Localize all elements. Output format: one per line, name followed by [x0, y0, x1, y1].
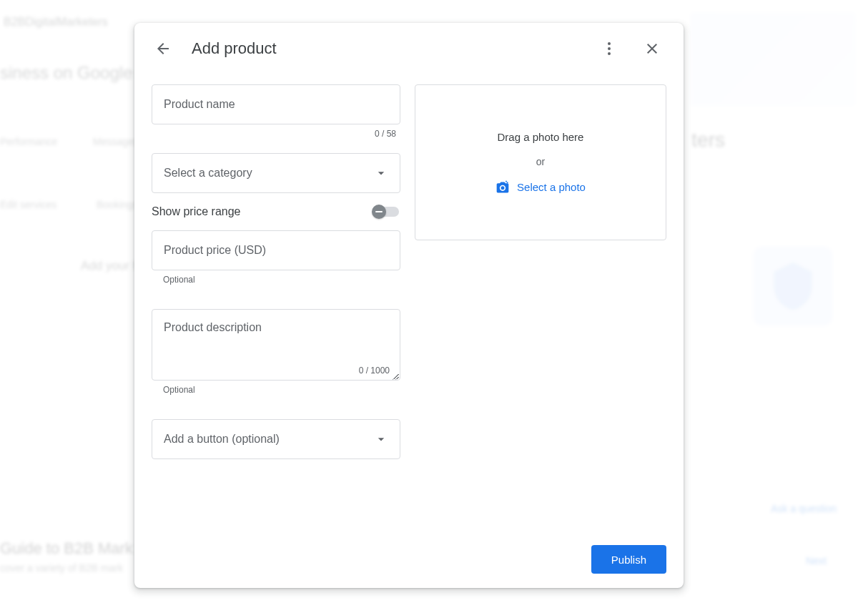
select-photo-label: Select a photo	[517, 181, 586, 193]
resize-handle-icon[interactable]	[391, 371, 398, 378]
chevron-down-icon	[374, 432, 388, 446]
arrow-left-icon	[154, 40, 172, 57]
close-icon	[643, 40, 661, 57]
price-range-toggle-row: Show price range	[152, 205, 400, 219]
product-name-counter: 0 / 58	[152, 129, 400, 139]
dialog-body: Product name 0 / 58 Select a category Sh…	[134, 72, 684, 534]
product-description-helper: Optional	[152, 385, 400, 395]
svg-point-2	[608, 52, 611, 55]
price-range-toggle[interactable]	[372, 205, 400, 219]
add-product-dialog: Add product Product name 0 / 58 Select a…	[134, 23, 684, 588]
product-description-label: Product description	[164, 321, 394, 334]
add-button-label: Add a button (optional)	[164, 433, 280, 446]
product-price-label: Product price (USD)	[164, 244, 266, 257]
dropzone-or-text: or	[536, 156, 545, 167]
more-vert-icon	[601, 40, 618, 57]
add-button-select[interactable]: Add a button (optional)	[152, 419, 400, 459]
price-range-label: Show price range	[152, 205, 241, 218]
dialog-title: Add product	[192, 39, 581, 58]
product-name-label: Product name	[164, 98, 235, 111]
select-photo-button[interactable]: Select a photo	[495, 180, 586, 195]
product-price-helper: Optional	[152, 275, 400, 285]
product-description-input[interactable]: Product description 0 / 1000	[152, 309, 400, 381]
product-price-input[interactable]: Product price (USD)	[152, 230, 400, 270]
form-left-column: Product name 0 / 58 Select a category Sh…	[152, 84, 400, 534]
form-right-column: Drag a photo here or Select a photo	[415, 84, 666, 534]
close-button[interactable]	[638, 34, 666, 63]
svg-point-3	[501, 186, 505, 190]
publish-button[interactable]: Publish	[591, 545, 666, 574]
dialog-footer: Publish	[134, 534, 684, 588]
add-photo-icon	[495, 180, 510, 195]
toggle-thumb	[372, 205, 386, 219]
chevron-down-icon	[374, 166, 388, 180]
category-select[interactable]: Select a category	[152, 153, 400, 193]
svg-point-1	[608, 47, 611, 50]
svg-point-0	[608, 42, 611, 45]
more-options-button[interactable]	[595, 34, 623, 63]
dialog-header: Add product	[134, 23, 684, 72]
category-label: Select a category	[164, 167, 252, 180]
product-name-input[interactable]: Product name	[152, 84, 400, 124]
product-description-counter: 0 / 1000	[359, 366, 390, 376]
photo-dropzone[interactable]: Drag a photo here or Select a photo	[415, 84, 666, 240]
dropzone-drag-text: Drag a photo here	[498, 131, 584, 143]
back-button[interactable]	[149, 34, 177, 63]
